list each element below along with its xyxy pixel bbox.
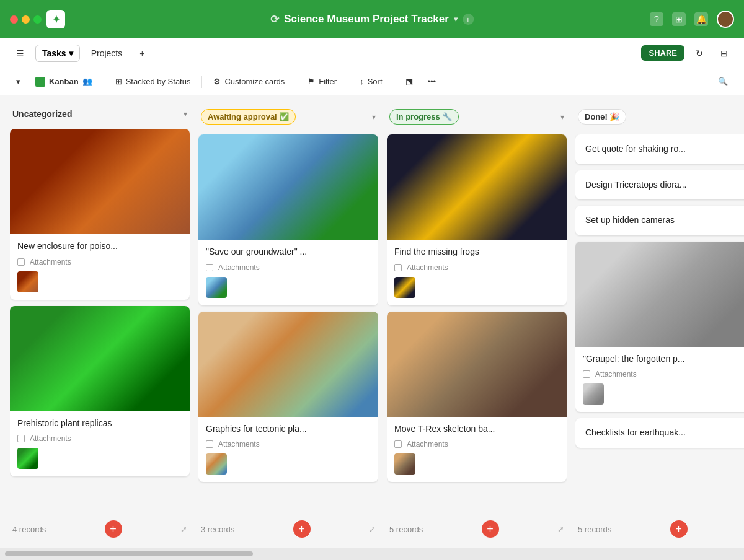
stack-icon: ⊞ — [115, 77, 122, 86]
kanban-view[interactable]: Kanban 👥 — [29, 74, 99, 90]
expand-icon-uncategorized[interactable]: ⤢ — [180, 525, 187, 534]
card-trex[interactable]: Move T-Rex skeleton ba... Attachments — [387, 312, 567, 483]
tasks-button[interactable]: Tasks ▾ — [35, 45, 80, 62]
share-button[interactable]: SHARE — [641, 45, 684, 61]
card-image-water — [198, 134, 378, 240]
titlebar-right: ? ⊞ 🔔 — [650, 11, 734, 28]
attachments-label: Attachments — [218, 440, 260, 448]
projects-button[interactable]: Projects — [85, 45, 129, 61]
card-triceratops[interactable]: Design Triceratops diora... — [575, 170, 744, 200]
help-icon[interactable]: ? — [650, 12, 663, 26]
customize-cards[interactable]: ⚙ Customize cards — [207, 74, 291, 89]
column-title-done: Done! 🎉 — [578, 109, 626, 125]
add-card-uncategorized[interactable]: + — [105, 520, 122, 538]
column-footer-done: 5 records + ⤢ — [575, 515, 744, 538]
info-icon[interactable]: i — [463, 14, 474, 25]
column-inprogress: In progress 🔧 ▾ Find the missing frogs A… — [387, 105, 567, 538]
project-title: Science Museum Project Tracker — [284, 13, 449, 25]
column-title-awaiting: Awaiting approval ✅ — [201, 109, 296, 125]
customize-icon: ⚙ — [213, 77, 221, 86]
kanban-board: Uncategorized ▾ New enclosure for poiso.… — [0, 95, 744, 548]
card-title-trex: Move T-Rex skeleton ba... — [394, 423, 559, 435]
export-icon: ⬔ — [405, 77, 413, 86]
card-quote-shaking[interactable]: Get quote for shaking ro... — [575, 134, 744, 164]
separator3 — [296, 76, 296, 88]
grid-icon[interactable]: ⊞ — [672, 12, 686, 26]
hamburger-icon: ☰ — [16, 48, 24, 58]
card-frog-enclosure[interactable]: New enclosure for poiso... Attachments — [10, 129, 190, 300]
card-tectonic[interactable]: Graphics for tectonic pla... Attachments — [198, 312, 378, 483]
attachment-icon — [206, 264, 213, 271]
attachments-label: Attachments — [595, 370, 637, 378]
layout-button[interactable]: ⊟ — [714, 45, 734, 61]
sort-button[interactable]: ↕ Sort — [353, 74, 388, 89]
avatar[interactable] — [717, 11, 734, 28]
maximize-button[interactable] — [33, 15, 42, 24]
sort-icon: ↕ — [360, 77, 364, 86]
card-graupel[interactable]: "Graupel: the forgotten p... Attachments — [575, 242, 744, 413]
card-meta-water: Attachments — [206, 263, 371, 272]
column-title-uncategorized: Uncategorized — [12, 109, 72, 119]
card-groundwater[interactable]: "Save our groundwater" ... Attachments — [198, 134, 378, 305]
add-card-done[interactable]: + — [670, 520, 688, 538]
expand-icon-inprogress[interactable]: ⤢ — [557, 525, 564, 534]
scrollbar-thumb[interactable] — [5, 551, 253, 556]
share-label: SHARE — [649, 48, 677, 58]
filter-button[interactable]: ⚑ Filter — [301, 74, 343, 89]
add-card-inprogress[interactable]: + — [482, 520, 499, 538]
card-image-graupel — [575, 242, 744, 347]
column-collapse-uncategorized[interactable]: ▾ — [184, 110, 187, 118]
column-footer-awaiting: 3 records + ⤢ — [198, 515, 378, 538]
card-title: New enclosure for poiso... — [17, 240, 182, 253]
column-footer-uncategorized: 4 records + ⤢ — [10, 515, 190, 538]
minimize-button[interactable] — [22, 15, 30, 24]
sync-icon: ⟳ — [270, 13, 279, 26]
more-icon: ••• — [428, 77, 436, 86]
attachment-icon — [206, 440, 213, 448]
refresh-button[interactable]: ↻ — [689, 45, 709, 61]
card-image-map — [198, 312, 378, 417]
attachment-icon — [17, 258, 25, 266]
card-image-trex — [387, 312, 567, 417]
card-thumbnail-plant — [17, 448, 38, 469]
add-icon: + — [140, 48, 144, 58]
column-done: Done! 🎉 ▾ Get quote for shaking ro... De… — [575, 105, 744, 538]
records-count-awaiting: 3 records — [201, 525, 234, 534]
add-card-awaiting[interactable]: + — [293, 520, 311, 538]
filter-label: Filter — [319, 77, 337, 86]
customize-label: Customize cards — [224, 77, 285, 86]
dropdown-icon[interactable]: ▾ — [454, 15, 458, 24]
search-button[interactable]: 🔍 — [712, 74, 734, 89]
card-body-frog2: Find the missing frogs Attachments — [387, 240, 567, 305]
card-title-map: Graphics for tectonic pla... — [206, 423, 371, 435]
column-title-inprogress: In progress 🔧 — [389, 109, 459, 125]
card-title-checklists: Checklists for earthquak... — [575, 418, 744, 448]
expand-icon-awaiting[interactable]: ⤢ — [369, 525, 376, 534]
card-checklists[interactable]: Checklists for earthquak... — [575, 418, 744, 448]
tasks-label: Tasks — [42, 48, 66, 58]
add-view-button[interactable]: + — [133, 45, 151, 61]
attachments-label: Attachments — [30, 258, 71, 266]
column-collapse-inprogress[interactable]: ▾ — [560, 113, 564, 121]
column-collapse-awaiting[interactable]: ▾ — [372, 113, 376, 121]
export-button[interactable]: ⬔ — [399, 74, 419, 89]
bell-icon[interactable]: 🔔 — [694, 12, 708, 26]
viewbar-chevron[interactable]: ▾ — [10, 74, 27, 89]
column-footer-inprogress: 5 records + ⤢ — [387, 515, 567, 538]
card-image-frog2 — [387, 134, 567, 240]
card-thumbnail-graupel — [583, 383, 604, 405]
card-hidden-cameras[interactable]: Set up hidden cameras — [575, 206, 744, 235]
card-thumbnail-trex — [394, 453, 415, 475]
horizontal-scrollbar[interactable] — [0, 548, 744, 560]
stacked-by-status[interactable]: ⊞ Stacked by Status — [109, 74, 197, 89]
attachment-icon — [17, 435, 25, 442]
column-header-done: Done! 🎉 ▾ — [575, 105, 744, 128]
more-button[interactable]: ••• — [422, 74, 443, 89]
column-header-awaiting: Awaiting approval ✅ ▾ — [198, 105, 378, 128]
menu-button[interactable]: ☰ — [10, 45, 30, 61]
card-missing-frogs[interactable]: Find the missing frogs Attachments — [387, 134, 567, 305]
close-button[interactable] — [10, 15, 18, 24]
card-thumbnail — [17, 271, 38, 292]
card-plant-replicas[interactable]: Prehistoric plant replicas Attachments — [10, 306, 190, 477]
card-meta-map: Attachments — [206, 440, 371, 448]
